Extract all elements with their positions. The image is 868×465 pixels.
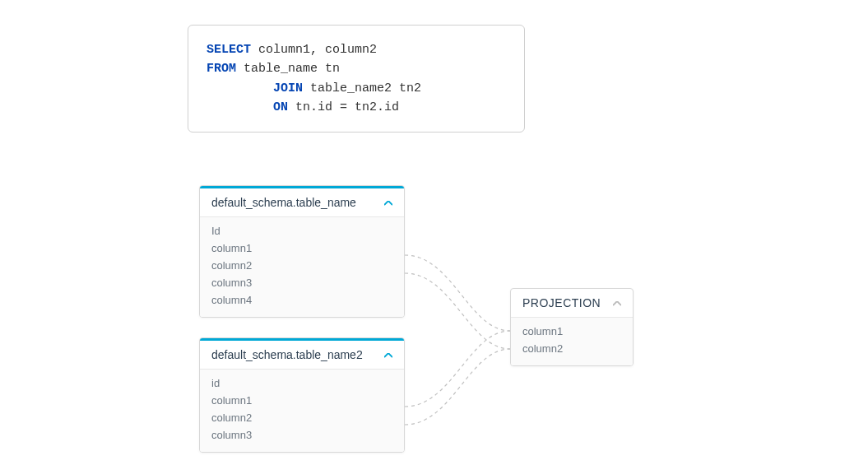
table-card-1: default_schema.table_name Id column1 col…: [199, 185, 405, 318]
projection-col-0: column1: [522, 323, 621, 340]
projection-header[interactable]: PROJECTION: [511, 289, 633, 318]
table2-header[interactable]: default_schema.table_name2: [200, 338, 404, 370]
sql-line-3: JOIN table_name2 tn2: [207, 79, 506, 98]
sql-line-2: FROM table_name tn: [207, 59, 506, 78]
table1-col-2: column2: [211, 257, 392, 274]
table2-col-1: column1: [211, 392, 392, 409]
sql-line-1: SELECT column1, column2: [207, 40, 506, 59]
chevron-up-icon: [613, 297, 621, 309]
table1-col-3: column3: [211, 274, 392, 291]
chevron-up-icon: [384, 197, 392, 208]
sql-line1-rest: column1, column2: [251, 43, 377, 57]
sql-line-4: ON tn.id = tn2.id: [207, 98, 506, 117]
sql-line3-rest: table_name2 tn2: [303, 81, 421, 95]
table2-columns: id column1 column2 column3: [200, 370, 404, 452]
kw-select: SELECT: [207, 43, 251, 57]
table2-col-0: id: [211, 374, 392, 392]
table1-columns: Id column1 column2 column3 column4: [200, 217, 404, 317]
chevron-up-icon: [384, 349, 392, 360]
sql-line3-indent: [207, 81, 273, 95]
table-card-2: default_schema.table_name2 id column1 co…: [199, 337, 405, 453]
sql-line2-rest: table_name tn: [236, 62, 340, 76]
conn-t2-col2: [405, 349, 510, 425]
kw-join: JOIN: [273, 81, 303, 95]
conn-t1-col1: [405, 255, 510, 331]
table1-header[interactable]: default_schema.table_name: [200, 186, 404, 217]
projection-col-1: column2: [522, 340, 621, 357]
kw-on: ON: [273, 100, 288, 114]
kw-from: FROM: [207, 62, 236, 76]
conn-t2-col1: [405, 331, 510, 407]
table1-col-0: Id: [211, 222, 392, 239]
table2-title: default_schema.table_name2: [211, 348, 363, 361]
sql-line4-rest: tn.id = tn2.id: [288, 100, 399, 114]
table1-col-4: column4: [211, 291, 392, 309]
table2-col-3: column3: [211, 426, 392, 444]
projection-card: PROJECTION column1 column2: [510, 288, 634, 366]
table2-col-2: column2: [211, 409, 392, 426]
table1-title: default_schema.table_name: [211, 196, 356, 209]
table1-col-1: column1: [211, 239, 392, 257]
projection-columns: column1 column2: [511, 318, 633, 365]
conn-t1-col2: [405, 273, 510, 349]
sql-line4-indent: [207, 100, 273, 114]
sql-code-box: SELECT column1, column2 FROM table_name …: [188, 25, 525, 133]
projection-title: PROJECTION: [522, 296, 601, 309]
